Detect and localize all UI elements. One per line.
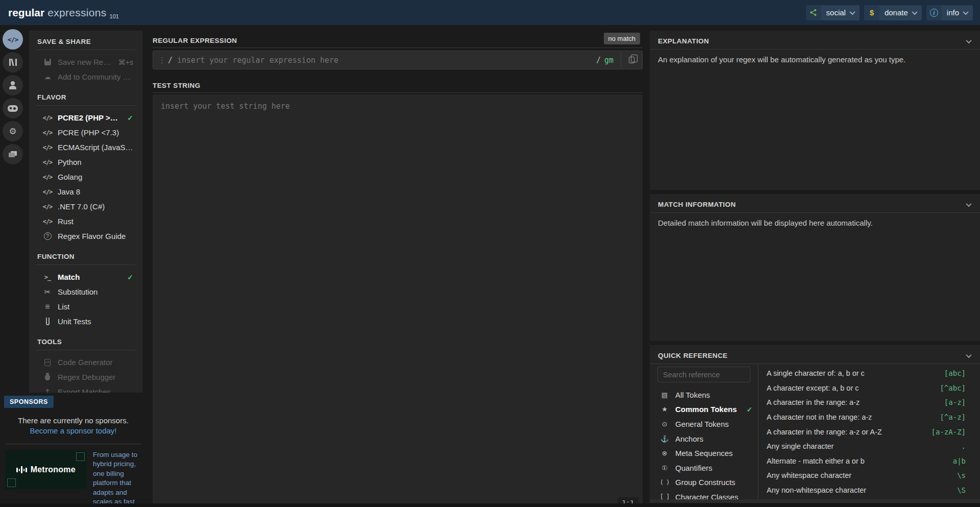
check-icon: ✓ [127, 273, 133, 281]
code-generator-item[interactable]: <> Code Generator [36, 355, 135, 370]
divider [36, 50, 135, 50]
editor-column: REGULAR EXPRESSION no match ⋮ / insert y… [153, 25, 643, 503]
sponsors-section: SPONSORS There are currently no sponsors… [4, 396, 142, 504]
reference-entry[interactable]: A character except: a, b or c [^abc] [758, 381, 980, 396]
chat-rail-button[interactable] [3, 144, 23, 164]
social-button[interactable]: social [806, 5, 860, 20]
scrollbar-track[interactable] [650, 499, 980, 503]
metronome-ad-image[interactable]: Metronome [5, 450, 87, 489]
metronome-logo-icon [16, 466, 27, 473]
logo-expressions: expressions [47, 7, 106, 19]
category-general-tokens[interactable]: ⊙ General Tokens [657, 417, 758, 431]
tools-title: TOOLS [36, 338, 135, 346]
reference-entry[interactable]: Any non-whitespace character \S [758, 483, 980, 498]
category-all-tokens[interactable]: ▤ All Tokens [657, 388, 758, 402]
logo-regular: regular [8, 7, 44, 19]
donate-button[interactable]: $ donate [864, 5, 922, 20]
reference-entry[interactable]: A single character of: a, b or c [abc] [758, 366, 980, 381]
reference-entry[interactable]: Alternate - match either a or b a|b [758, 454, 980, 469]
explanation-placeholder: An explanation of your regex will be aut… [650, 50, 980, 69]
save-new-regex-item[interactable]: Save new Regex ⌘+s [36, 55, 135, 69]
tools-section: TOOLS <> Code Generator Regex Debugger ↥… [36, 338, 135, 393]
category-group-constructs[interactable]: ( ) Group Constructs [657, 475, 758, 490]
quick-reference-content: ▤ All Tokens ★ Common Tokens ✓ ⊙ General… [650, 364, 980, 501]
match-information-header: MATCH INFORMATION [650, 194, 980, 208]
code-icon: </> [42, 159, 53, 166]
category-anchors[interactable]: ⚓ Anchors [657, 431, 758, 446]
reference-entry[interactable]: Any whitespace character \s [758, 468, 980, 483]
topbar: regular expressions 101 social $ donate … [0, 0, 980, 25]
regex-editor-rail-button[interactable]: </> [3, 29, 23, 50]
function-item-substitution[interactable]: ✂ Substitution [36, 284, 135, 299]
gamepad-icon [8, 105, 18, 112]
search-reference-input[interactable] [657, 367, 750, 382]
function-item-list[interactable]: ≡ List [36, 299, 135, 314]
copy-icon [629, 57, 634, 63]
collapse-chevron-icon[interactable] [966, 201, 971, 206]
check-icon: ✓ [127, 114, 133, 122]
sidebar: SAVE & SHARE Save new Regex ⌘+s ☁ Add to… [29, 31, 142, 393]
donate-label: donate [879, 8, 913, 17]
reference-entry[interactable]: A character in the range: a-z or A-Z [a-… [758, 424, 980, 439]
function-title: FUNCTION [36, 253, 135, 260]
share-icon [806, 5, 821, 20]
regex-input[interactable]: ⋮ / insert your regular expression here … [153, 51, 643, 69]
meta-circle-icon: ⊗ [659, 449, 670, 457]
function-item-unit-tests[interactable]: Unit Tests [36, 314, 135, 329]
function-item-match[interactable]: >_ Match ✓ [36, 270, 135, 284]
add-to-community-item[interactable]: ☁ Add to Community Libr… [36, 69, 135, 84]
chat-icon [11, 151, 17, 156]
code-icon: </> [42, 114, 53, 122]
regex-close-delimiter: / [596, 56, 601, 65]
settings-rail-button[interactable]: ⚙ [3, 121, 23, 141]
terminal-icon: >_ [42, 274, 53, 281]
category-quantifiers[interactable]: ① Quantifiers [657, 461, 758, 475]
collapse-chevron-icon[interactable] [966, 352, 971, 357]
gear-icon: ⚙ [9, 126, 16, 137]
all-tokens-icon: ▤ [659, 391, 670, 399]
ad-text[interactable]: From usage to hybrid pricing, one billin… [93, 450, 142, 507]
quick-reference-panel: QUICK REFERENCE ▤ All Tokens ★ Common To… [650, 345, 980, 503]
bug-icon [42, 374, 53, 380]
flavor-item-java8[interactable]: </> Java 8 [36, 184, 135, 199]
info-button[interactable]: i info [926, 5, 973, 20]
test-string-header: TEST STRING [153, 76, 643, 89]
carbon-ad: Metronome From usage to hybrid pricing, … [4, 450, 142, 507]
flavor-item-pcre[interactable]: </> PCRE (PHP <7.3) [36, 125, 135, 140]
regex-flags[interactable]: gm [604, 56, 614, 65]
flavor-item-dotnet[interactable]: </> .NET 7.0 (C#) [36, 199, 135, 214]
test-string-editor[interactable]: insert your test string here 1:1 [153, 94, 643, 507]
flavor-item-ecmascript[interactable]: </> ECMAScript (JavaScript) [36, 140, 135, 155]
flavor-guide-item[interactable]: ? Regex Flavor Guide [36, 229, 135, 244]
divider [36, 350, 135, 350]
reference-entry[interactable]: Any single character . [758, 439, 980, 454]
reference-entry[interactable]: A character not in the range: a-z [^a-z] [758, 410, 980, 425]
divider [5, 444, 141, 444]
quiz-rail-button[interactable] [3, 98, 23, 118]
become-sponsor-link[interactable]: Become a sponsor today! [4, 426, 142, 435]
flavor-item-python[interactable]: </> Python [36, 155, 135, 170]
function-section: FUNCTION >_ Match ✓ ✂ Substitution ≡ Lis… [36, 253, 135, 329]
reference-entry-list: A single character of: a, b or c [abc] A… [758, 364, 980, 501]
code-icon: </> [42, 144, 53, 151]
save-share-title: SAVE & SHARE [36, 38, 135, 45]
collapse-chevron-icon[interactable] [966, 37, 971, 43]
quick-reference-header: QUICK REFERENCE [650, 345, 980, 359]
match-information-panel: MATCH INFORMATION Detailed match informa… [650, 194, 980, 341]
category-common-tokens[interactable]: ★ Common Tokens ✓ [657, 402, 758, 417]
chevron-down-icon [912, 9, 917, 14]
account-rail-button[interactable] [3, 75, 23, 95]
flavor-item-pcre2[interactable]: </> PCRE2 (PHP >=7.3) ✓ [36, 110, 135, 125]
divider [36, 264, 135, 265]
export-matches-item[interactable]: ↥ Export Matches [36, 384, 135, 393]
regex-debugger-item[interactable]: Regex Debugger [36, 370, 135, 384]
flavor-item-rust[interactable]: </> Rust [36, 214, 135, 229]
quick-reference-title: QUICK REFERENCE [658, 352, 728, 359]
copy-regex-button[interactable] [621, 51, 642, 69]
shortcut-hint: ⌘+s [118, 58, 133, 66]
library-rail-button[interactable] [3, 52, 23, 73]
save-share-section: SAVE & SHARE Save new Regex ⌘+s ☁ Add to… [36, 38, 135, 84]
reference-entry[interactable]: A character in the range: a-z [a-z] [758, 395, 980, 410]
category-meta-sequences[interactable]: ⊗ Meta Sequences [657, 446, 758, 461]
flavor-item-golang[interactable]: </> Golang [36, 170, 135, 184]
